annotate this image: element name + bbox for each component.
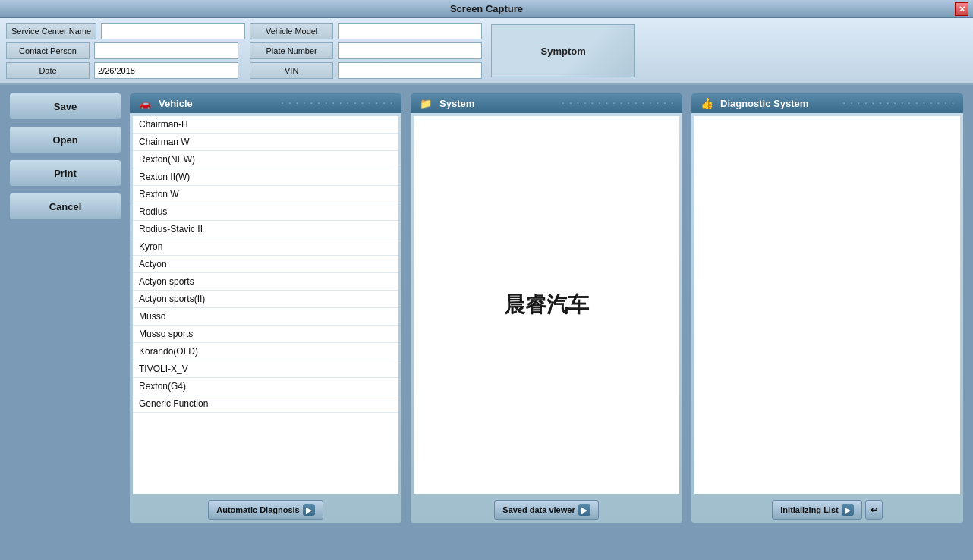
system-panel-title: System	[439, 98, 474, 109]
system-panel-footer: Saved data viewer ▶	[411, 497, 682, 523]
service-center-row: Service Center Name	[6, 23, 245, 39]
initializing-list-arrow: ▶	[842, 504, 854, 516]
vin-label: VIN	[250, 62, 333, 79]
diagnostic-panel: 👍 Diagnostic System · · · · · · · · · · …	[691, 93, 964, 524]
print-button[interactable]: Print	[9, 159, 121, 187]
diagnostic-panel-header: 👍 Diagnostic System · · · · · · · · · · …	[691, 93, 963, 113]
form-col1: Service Center Name Contact Person Date	[6, 23, 245, 79]
plate-number-label: Plate Number	[250, 42, 333, 59]
vehicle-panel-header: 🚗 Vehicle · · · · · · · · · · · · · · · …	[130, 93, 401, 113]
vin-input[interactable]	[338, 62, 482, 79]
contact-person-row: Contact Person	[6, 42, 245, 59]
vehicle-list-item[interactable]: Chairman-H	[133, 116, 398, 134]
vehicle-panel: 🚗 Vehicle · · · · · · · · · · · · · · · …	[129, 93, 402, 524]
extra-button[interactable]: ↩	[865, 500, 883, 520]
diagnostic-header-dots: · · · · · · · · · · · · · · · ·	[843, 99, 956, 108]
vehicle-panel-body: Chairman-HChairman WRexton(NEW)Rexton II…	[133, 116, 398, 494]
date-label: Date	[6, 62, 90, 79]
date-input[interactable]	[94, 62, 238, 79]
watermark-text: 晨睿汽车	[504, 291, 589, 319]
plate-number-row: Plate Number	[250, 42, 482, 59]
service-center-input[interactable]	[101, 23, 245, 39]
vehicle-list-item[interactable]: Rodius-Stavic II	[133, 221, 398, 238]
diagnostic-panel-footer: Initializing List ▶ ↩	[691, 497, 963, 523]
system-panel-body: 晨睿汽车	[414, 116, 679, 494]
vehicle-list-item[interactable]: Actyon sports	[133, 273, 398, 291]
folder-icon: 📁	[418, 97, 433, 109]
vehicle-list[interactable]: Chairman-HChairman WRexton(NEW)Rexton II…	[133, 116, 398, 494]
extra-icon: ↩	[871, 505, 877, 515]
vehicle-model-label: Vehicle Model	[250, 23, 333, 39]
saved-data-arrow: ▶	[578, 504, 590, 516]
service-center-label: Service Center Name	[6, 23, 96, 39]
vehicle-list-item[interactable]: Generic Function	[133, 395, 398, 413]
automatic-diagnosis-label: Automatic Diagnosis	[216, 505, 299, 514]
diagnostic-panel-body	[694, 116, 960, 494]
vehicle-panel-footer: Automatic Diagnosis ▶	[130, 497, 401, 523]
plate-number-input[interactable]	[338, 42, 482, 59]
diagnostic-panel-title: Diagnostic System	[720, 98, 808, 109]
vehicle-list-item[interactable]: Chairman W	[133, 134, 398, 151]
sidebar-buttons: Save Open Print Cancel	[9, 93, 121, 524]
contact-person-input[interactable]	[94, 42, 238, 59]
vehicle-list-item[interactable]: Musso sports	[133, 326, 398, 343]
save-button[interactable]: Save	[9, 93, 121, 120]
vehicle-list-item[interactable]: Kyron	[133, 238, 398, 256]
vehicle-list-item[interactable]: Rexton W	[133, 186, 398, 203]
initializing-list-button[interactable]: Initializing List ▶	[772, 500, 861, 520]
initializing-list-label: Initializing List	[780, 505, 838, 514]
automatic-diagnosis-button[interactable]: Automatic Diagnosis ▶	[208, 500, 323, 520]
vehicle-icon: 🚗	[137, 97, 153, 109]
open-button[interactable]: Open	[9, 126, 121, 153]
symptom-box: Symptom	[491, 24, 635, 77]
panels-area: 🚗 Vehicle · · · · · · · · · · · · · · · …	[129, 93, 964, 524]
vehicle-model-input[interactable]	[338, 23, 482, 39]
vin-row: VIN	[250, 62, 482, 79]
title-bar: Screen Capture ✕	[0, 0, 973, 18]
contact-person-label: Contact Person	[6, 42, 90, 59]
form-col2: Vehicle Model Plate Number VIN	[250, 23, 482, 79]
vehicle-list-item[interactable]: Actyon sports(II)	[133, 291, 398, 308]
cancel-button[interactable]: Cancel	[9, 193, 121, 220]
vehicle-model-row: Vehicle Model	[250, 23, 482, 39]
automatic-diagnosis-arrow: ▶	[303, 504, 315, 516]
vehicle-list-item[interactable]: Rodius	[133, 203, 398, 221]
title-text: Screen Capture	[450, 3, 523, 14]
saved-data-viewer-button[interactable]: Saved data viewer ▶	[494, 500, 598, 520]
vehicle-list-item[interactable]: TIVOLI-X_V	[133, 360, 398, 378]
symptom-label: Symptom	[541, 46, 586, 57]
thumbsup-icon: 👍	[699, 97, 714, 109]
system-panel-header: 📁 System · · · · · · · · · · · · · · · ·	[411, 93, 682, 113]
system-panel: 📁 System · · · · · · · · · · · · · · · ·…	[410, 93, 683, 524]
vehicle-list-item[interactable]: Rexton II(W)	[133, 168, 398, 186]
vehicle-list-item[interactable]: Rexton(G4)	[133, 378, 398, 395]
vehicle-list-item[interactable]: Actyon	[133, 256, 398, 273]
vehicle-list-item[interactable]: Musso	[133, 308, 398, 326]
vehicle-header-dots: · · · · · · · · · · · · · · · ·	[282, 99, 394, 108]
saved-data-viewer-label: Saved data viewer	[502, 505, 575, 514]
system-header-dots: · · · · · · · · · · · · · · · ·	[562, 99, 675, 108]
date-row: Date	[6, 62, 245, 79]
vehicle-panel-title: Vehicle	[159, 98, 193, 109]
form-col3: Symptom	[486, 23, 635, 79]
close-button[interactable]: ✕	[955, 2, 968, 16]
main-content: Save Open Print Cancel 🚗 Vehicle · · · ·…	[0, 85, 973, 531]
vehicle-list-item[interactable]: Rexton(NEW)	[133, 151, 398, 168]
vehicle-list-item[interactable]: Korando(OLD)	[133, 343, 398, 360]
form-area: Service Center Name Contact Person Date …	[0, 18, 973, 85]
